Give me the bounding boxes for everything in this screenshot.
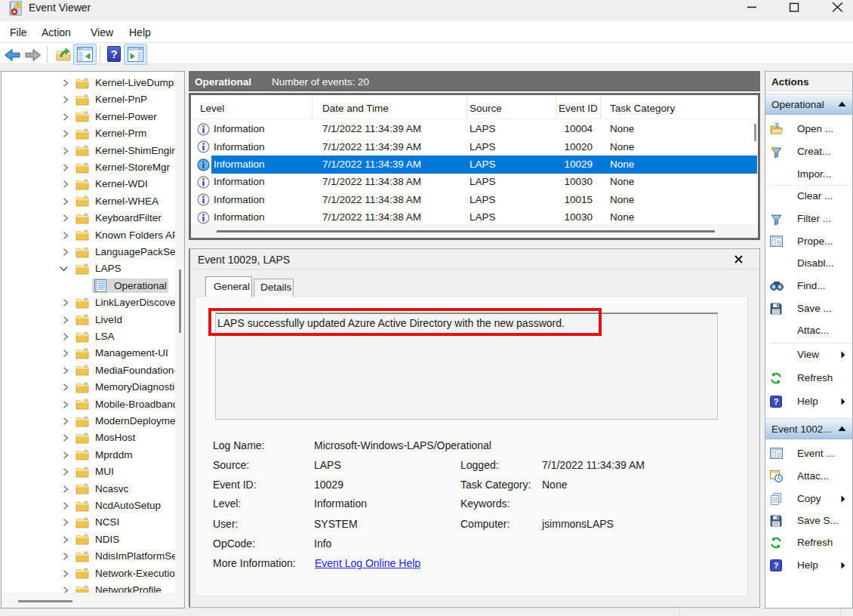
svg-text:?: ? <box>774 397 779 406</box>
svg-text:!: ! <box>17 3 19 8</box>
svg-text:?: ? <box>774 561 779 570</box>
